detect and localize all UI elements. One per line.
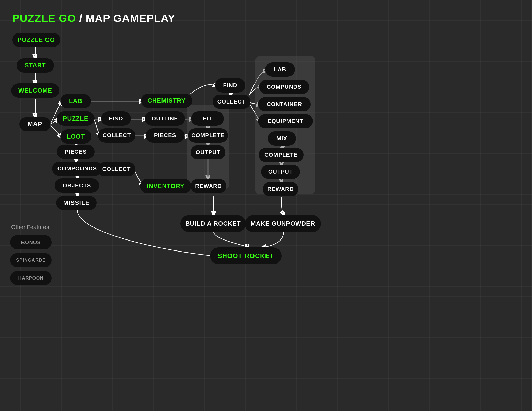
node-bonus: BONUS: [10, 235, 52, 249]
node-collect-chem: COLLECT: [213, 95, 250, 109]
node-shoot-rocket: SHOOT ROCKET: [210, 247, 282, 264]
title-bold: PUZZLE GO: [12, 12, 76, 24]
node-welcome: WELCOME: [11, 83, 59, 98]
node-find-puzzle: FIND: [101, 111, 131, 126]
node-start: START: [17, 58, 54, 73]
node-output-box: OUTPUT: [261, 165, 300, 179]
node-reward-box: REWARD: [263, 182, 298, 196]
node-make-gunpowder: MAKE GUNPOWDER: [245, 215, 321, 232]
node-inventory: INVENTORY: [140, 179, 191, 193]
node-mix-box: MIX: [268, 131, 296, 146]
node-equipment-box: EQUIPMENT: [258, 114, 313, 128]
node-collect-puzzle: COLLECT: [98, 128, 135, 143]
node-chemistry: CHEMISTRY: [141, 94, 192, 108]
node-spingarde: SPINGARDE: [10, 253, 52, 267]
node-loot-green: LOOT: [60, 129, 91, 144]
node-objects: OBJECTS: [55, 178, 99, 193]
node-lab-box: LAB: [265, 62, 295, 77]
node-output-puzzle: OUTPUT: [191, 145, 225, 159]
node-pieces-loot: PIECES: [57, 145, 95, 159]
page-title: PUZZLE GO / MAP GAMEPLAY: [12, 12, 175, 25]
node-puzzle-green: PUZZLE: [57, 111, 95, 126]
node-lab-green: LAB: [60, 94, 91, 108]
node-pieces-mid: PIECES: [146, 128, 184, 143]
node-outline: OUTLINE: [145, 111, 185, 126]
node-collect-compounds: COLLECT: [98, 162, 135, 176]
node-compunds-box: COMPUNDS: [259, 80, 309, 94]
node-build-rocket: BUILD A ROCKET: [180, 215, 246, 232]
node-complete-box: COMPLETE: [259, 148, 304, 162]
node-complete-puzzle: COMPLETE: [188, 128, 228, 143]
node-find-chem: FIND: [215, 78, 245, 93]
node-compounds: COMPOUNDS: [52, 162, 102, 176]
node-fit: FIT: [191, 111, 224, 126]
node-puzzle-go: PUZZLE GO: [12, 33, 60, 47]
node-missile: MISSILE: [56, 196, 97, 210]
other-features-label: Other Features: [11, 224, 49, 231]
title-rest: / MAP GAMEPLAY: [76, 12, 175, 24]
node-reward-puzzle: REWARD: [191, 179, 226, 193]
node-map: MAP: [19, 117, 51, 131]
node-container-box: CONTAINER: [258, 97, 311, 111]
node-harpoon: HARPOON: [10, 271, 52, 285]
